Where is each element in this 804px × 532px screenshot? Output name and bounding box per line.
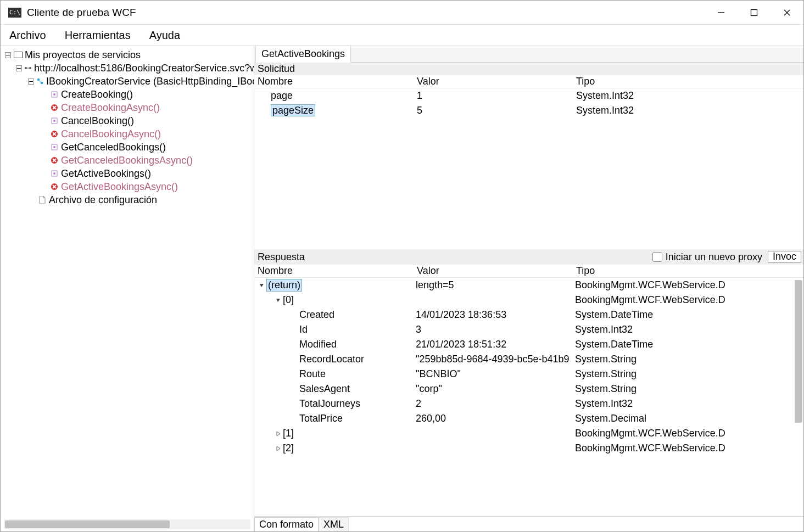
tab-xml[interactable]: XML (319, 517, 349, 531)
leaf-dash-icon (40, 143, 48, 151)
operation-tabs: GetActiveBookings (254, 46, 803, 63)
window-title: Cliente de prueba WCF (27, 7, 705, 19)
resp-name: Route (254, 368, 414, 380)
response-row[interactable]: (return)length=5BookingMgmt.WCF.WebServi… (254, 278, 803, 293)
col-value: Valor (414, 75, 573, 88)
menu-file[interactable]: Archivo (6, 27, 49, 44)
response-row[interactable]: [1]BookingMgmt.WCF.WebService.D (254, 426, 803, 441)
svg-point-34 (53, 172, 55, 175)
tree-method[interactable]: CancelBooking() (1, 114, 254, 127)
tree-method-label: GetActiveBookingsAsync() (61, 180, 178, 193)
tree-method[interactable]: GetCanceledBookings() (1, 141, 254, 154)
request-headers: Nombre Valor Tipo (254, 75, 803, 88)
svg-point-11 (29, 67, 31, 69)
svg-rect-7 (14, 52, 22, 58)
async-error-icon (50, 103, 59, 112)
file-icon (38, 195, 47, 204)
tree-interface-label: IBookingCreatorService (BasicHttpBinding… (46, 75, 254, 88)
col-type: Tipo (573, 265, 803, 277)
leaf-dash-icon (40, 104, 48, 111)
tree-scrollbar-horizontal[interactable] (4, 519, 250, 529)
response-row[interactable]: [0]BookingMgmt.WCF.WebService.D (254, 293, 803, 307)
response-row[interactable]: RecordLocator"259bb85d-9684-4939-bc5e-b4… (254, 352, 803, 367)
request-body: page1System.Int32pageSize5System.Int32 (254, 88, 803, 249)
expander-icon[interactable] (274, 297, 283, 304)
invoke-button[interactable]: Invoc (768, 251, 801, 263)
param-value[interactable]: 5 (414, 104, 573, 117)
new-proxy-label: Iniciar un nuevo proxy (666, 251, 762, 262)
tree-method[interactable]: CancelBookingAsync() (1, 127, 254, 141)
resp-name: [1] (254, 428, 414, 439)
collapse-icon[interactable] (28, 77, 34, 85)
resp-value: 2 (414, 398, 573, 410)
response-row[interactable]: Modified21/01/2023 18:51:32System.DateTi… (254, 337, 803, 352)
resp-type: System.String (573, 368, 803, 380)
response-row[interactable]: [2]BookingMgmt.WCF.WebService.D (254, 441, 803, 456)
minimize-button[interactable] (705, 1, 738, 25)
tree-method-label: GetActiveBookings() (61, 167, 151, 180)
leaf-dash-icon (40, 130, 48, 138)
menu-help[interactable]: Ayuda (146, 27, 183, 44)
tree-service[interactable]: http://localhost:5186/BookingCreatorServ… (1, 61, 254, 75)
tree-method[interactable]: CreateBooking() (1, 88, 254, 101)
method-icon (50, 116, 59, 125)
resp-type: BookingMgmt.WCF.WebService.D (573, 294, 803, 306)
expander-icon[interactable] (274, 445, 283, 452)
expander-icon[interactable] (274, 430, 283, 437)
resp-type: System.Int32 (573, 324, 803, 335)
tree-interface[interactable]: IBookingCreatorService (BasicHttpBinding… (1, 75, 254, 88)
tab-active-operation[interactable]: GetActiveBookings (255, 46, 351, 63)
checkbox-icon[interactable] (652, 252, 662, 262)
tree-method[interactable]: GetActiveBookings() (1, 167, 254, 180)
col-type: Tipo (573, 75, 803, 88)
param-value[interactable]: 1 (414, 89, 573, 102)
resp-type: System.Int32 (573, 398, 803, 410)
tree-method[interactable]: GetCanceledBookingsAsync() (1, 154, 254, 167)
resp-type: System.DateTime (573, 339, 803, 350)
response-row[interactable]: Created14/01/2023 18:36:53System.DateTim… (254, 307, 803, 322)
request-row[interactable]: pageSize5System.Int32 (254, 103, 803, 118)
tree-method-label: CancelBooking() (61, 114, 134, 127)
collapse-icon[interactable] (16, 64, 22, 72)
response-scrollbar-vertical[interactable] (795, 280, 802, 423)
col-name: Nombre (254, 75, 414, 88)
response-body: (return)length=5BookingMgmt.WCF.WebServi… (254, 278, 803, 516)
service-tree[interactable]: Mis proyectos de servicios http://localh… (1, 46, 254, 518)
close-button[interactable] (771, 1, 803, 25)
service-tree-panel: Mis proyectos de servicios http://localh… (1, 46, 254, 531)
resp-type: BookingMgmt.WCF.WebService.D (573, 443, 803, 454)
resp-value: "BCNBIO" (414, 368, 573, 380)
main-body: Mis proyectos de servicios http://localh… (1, 46, 803, 531)
resp-type: System.DateTime (573, 309, 803, 321)
maximize-button[interactable] (738, 1, 771, 25)
resp-value: 260,00 (414, 413, 573, 424)
response-title: Respuesta (258, 251, 647, 263)
menu-tools[interactable]: Herramientas (62, 27, 134, 44)
response-bar: Respuesta Iniciar un nuevo proxy Invoc (254, 249, 803, 265)
resp-value: 3 (414, 324, 573, 335)
new-proxy-checkbox-wrap[interactable]: Iniciar un nuevo proxy (652, 251, 762, 263)
response-row[interactable]: Id3System.Int32 (254, 322, 803, 337)
tree-root[interactable]: Mis proyectos de servicios (1, 48, 254, 61)
operation-panel: GetActiveBookings Solicitud Nombre Valor… (254, 46, 803, 531)
resp-name: RecordLocator (254, 354, 414, 365)
response-row[interactable]: Route"BCNBIO"System.String (254, 367, 803, 382)
interface-icon (36, 77, 44, 86)
tree-config[interactable]: Archivo de configuración (1, 193, 254, 206)
resp-name: [2] (254, 443, 414, 454)
tab-formatted[interactable]: Con formato (254, 517, 319, 531)
collapse-icon[interactable] (4, 51, 12, 59)
expander-icon[interactable] (258, 282, 266, 289)
tree-method[interactable]: GetActiveBookingsAsync() (1, 180, 254, 193)
tree-method[interactable]: CreateBookingAsync() (1, 101, 254, 114)
response-row[interactable]: TotalPrice260,00System.Decimal (254, 411, 803, 426)
resp-type: System.Decimal (573, 413, 803, 424)
tree-method-label: CreateBooking() (61, 88, 133, 101)
method-icon (50, 90, 59, 99)
request-row[interactable]: page1System.Int32 (254, 88, 803, 103)
param-name: page (254, 89, 414, 102)
response-row[interactable]: TotalJourneys2System.Int32 (254, 396, 803, 411)
response-row[interactable]: SalesAgent"corp"System.String (254, 382, 803, 396)
method-icon (50, 169, 59, 178)
async-error-icon (50, 182, 59, 191)
